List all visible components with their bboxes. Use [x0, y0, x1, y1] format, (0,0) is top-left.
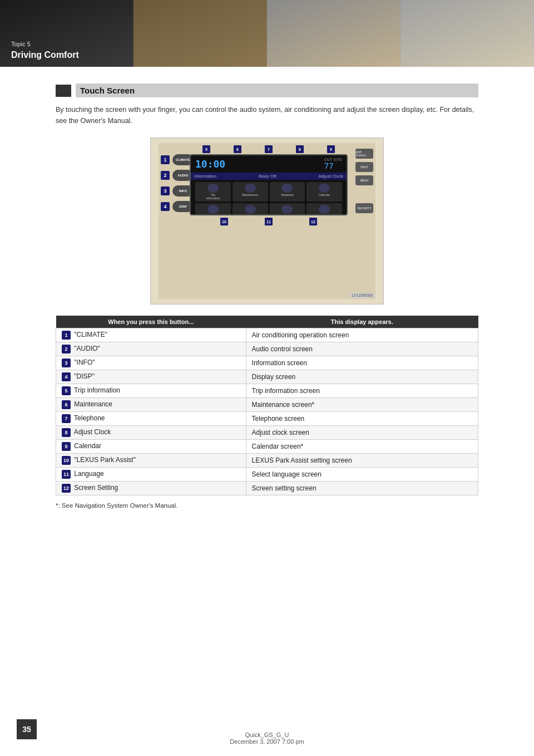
topic-label: Topic 5: [11, 40, 79, 48]
table-header-button: When you press this button...: [56, 316, 246, 328]
table-row-badge: 5: [62, 386, 71, 395]
banner-panel-4: [400, 0, 534, 67]
adjust-clock-label: Adjust Clock: [319, 174, 343, 179]
table-row-button-text: Maintenance: [72, 400, 112, 408]
header-title: Driving Comfort: [11, 49, 79, 61]
info-bar: Information Beep Off Adjust Clock: [191, 173, 347, 180]
menu-telephone[interactable]: Telephone: [270, 182, 305, 202]
table-row: 7 TelephoneTelephone screen: [56, 412, 478, 426]
table-row-button-text: "CLIMATE": [72, 331, 107, 338]
num-badge-5: 5: [202, 145, 210, 153]
btn-dest[interactable]: DEST: [355, 162, 373, 172]
section-heading: Touch Screen: [56, 84, 478, 97]
table-cell-display: Information screen: [246, 356, 478, 370]
info-table: When you press this button... This displ…: [56, 316, 478, 495]
out-site-label: OUT SITE: [324, 158, 342, 161]
table-cell-display: Calendar screen*: [246, 440, 478, 454]
table-cell-display: Display screen: [246, 370, 478, 384]
table-cell-display: Air conditioning operation screen: [246, 328, 478, 342]
table-row-button-text: Language: [72, 470, 104, 478]
table-row: 6 MaintenanceMaintenance screen*: [56, 398, 478, 412]
table-row-button-text: Screen Setting: [72, 484, 118, 492]
table-row-badge: 7: [62, 414, 71, 423]
btn-map-scroll-label: MAP SCROLL: [355, 150, 373, 157]
table-cell-button: 2 "AUDIO": [56, 342, 246, 356]
num-badge-11: 11: [265, 218, 273, 225]
table-row: 12 Screen SettingScreen setting screen: [56, 482, 478, 495]
table-row-button-text: "DISP": [72, 372, 95, 380]
num-badge-7: 7: [265, 145, 273, 153]
menu-calendar[interactable]: Calendar: [306, 182, 342, 202]
clock-display: 10:00: [195, 158, 225, 170]
page-footer: Quick_GS_G_U December 3, 2007 7:00 pm: [0, 732, 534, 745]
table-row: 5 Trip informationTrip information scree…: [56, 384, 478, 398]
num-badge-4: 4: [161, 202, 170, 211]
btn-security-label: SECURITY: [357, 207, 371, 210]
spacer: [355, 189, 373, 200]
menu-trip-info[interactable]: Tripinformation: [195, 182, 231, 202]
table-cell-button: 12 Screen Setting: [56, 482, 246, 495]
banner-panel-2: [134, 0, 267, 67]
table-row-badge: 8: [62, 428, 71, 437]
bottom-num-row: 10 11 12: [185, 215, 352, 227]
table-cell-button: 7 Telephone: [56, 412, 246, 426]
table-row: 11 LanguageSelect language screen: [56, 468, 478, 482]
table-row-button-text: "INFO": [72, 359, 95, 366]
lexus-assist-icon: [207, 205, 219, 214]
table-row: 2 "AUDIO"Audio control screen: [56, 342, 478, 356]
table-row: 9 CalendarCalendar screen*: [56, 440, 478, 454]
table-row-badge: 10: [62, 456, 71, 465]
table-row-badge: 1: [62, 331, 71, 340]
table-row: 8 Adjust ClockAdjust clock screen: [56, 426, 478, 440]
table-cell-display: Maintenance screen*: [246, 398, 478, 412]
table-header-display: This display appears.: [246, 316, 478, 328]
table-cell-button: 11 Language: [56, 468, 246, 482]
num-badge-9: 9: [327, 145, 335, 153]
table-row-badge: 4: [62, 372, 71, 381]
heading-box-icon: [56, 85, 71, 97]
table-cell-display: Select language screen: [246, 468, 478, 482]
footer-line2: December 3, 2007 7:00 pm: [0, 738, 534, 745]
empty-icon: [319, 205, 330, 214]
table-row-badge: 3: [62, 359, 71, 367]
table-cell-display: Audio control screen: [246, 342, 478, 356]
table-cell-button: 8 Adjust Clock: [56, 426, 246, 440]
btn-menu[interactable]: MENU: [355, 175, 373, 185]
language-icon: [245, 205, 256, 214]
menu-maintenance[interactable]: Maintenance: [233, 182, 268, 202]
btn-security[interactable]: SECURITY: [355, 203, 373, 213]
table-row-badge: 11: [62, 470, 71, 479]
footer-line1: Quick_GS_G_U: [0, 732, 534, 738]
num-badge-8: 8: [296, 145, 304, 153]
table-row-badge: 12: [62, 484, 71, 493]
header-text: Topic 5 Driving Comfort: [11, 40, 79, 61]
table-row-badge: 9: [62, 442, 71, 451]
num-badge-12: 12: [309, 218, 317, 225]
telephone-icon: [281, 184, 293, 193]
table-cell-display: Telephone screen: [246, 412, 478, 426]
menu-screen-setting[interactable]: ScreenSetting: [270, 203, 305, 215]
menu-language[interactable]: Language: [233, 203, 268, 215]
table-cell-display: Trip information screen: [246, 384, 478, 398]
table-cell-button: 6 Maintenance: [56, 398, 246, 412]
beep-off-label: Beep Off: [259, 174, 276, 179]
image-reference: LY1250030I: [350, 293, 374, 298]
btn-map-scroll[interactable]: MAP SCROLL: [355, 149, 373, 159]
table-row-button-text: Telephone: [72, 414, 105, 422]
table-row: 1 "CLIMATE"Air conditioning operation sc…: [56, 328, 478, 342]
table-row: 10 "LEXUS Park Assist"LEXUS Park Assist …: [56, 454, 478, 468]
table-row-button-text: "LEXUS Park Assist": [72, 456, 136, 464]
intro-text: By touching the screen with your finger,…: [56, 104, 478, 126]
table-cell-button: 1 "CLIMATE": [56, 328, 246, 342]
maintenance-icon: [245, 184, 256, 193]
menu-lexus-assist[interactable]: LEXUSPark Assist: [195, 203, 231, 215]
sim-screen: 1 CLIMATE 2 AUDIO 3 INFO: [159, 143, 375, 299]
num-badge-1: 1: [161, 155, 170, 164]
table-cell-button: 10 "LEXUS Park Assist": [56, 454, 246, 468]
screen-image: 1 CLIMATE 2 AUDIO 3 INFO: [150, 138, 384, 305]
num-badge-3: 3: [161, 186, 170, 195]
calendar-icon: [319, 184, 330, 193]
num-badge-10: 10: [220, 218, 228, 225]
table-cell-display: Screen setting screen: [246, 482, 478, 495]
table-row-button-text: Calendar: [72, 442, 101, 450]
